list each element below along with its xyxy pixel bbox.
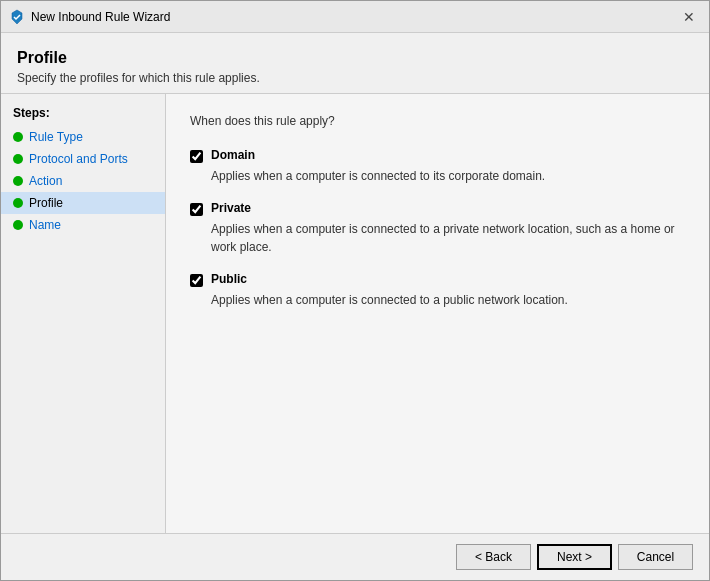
sidebar: Steps: Rule Type Protocol and Ports Acti… [1,94,166,533]
sidebar-item-profile[interactable]: Profile [1,192,165,214]
wizard-icon [9,9,25,25]
sidebar-item-protocol-ports[interactable]: Protocol and Ports [1,148,165,170]
content-area: Profile Specify the profiles for which t… [1,33,709,533]
cancel-button[interactable]: Cancel [618,544,693,570]
step-dot-protocol-ports [13,154,23,164]
step-dot-name [13,220,23,230]
right-panel: When does this rule apply? Domain Applie… [166,94,709,533]
step-dot-action [13,176,23,186]
back-button[interactable]: < Back [456,544,531,570]
footer: < Back Next > Cancel [1,533,709,580]
sidebar-item-action[interactable]: Action [1,170,165,192]
window-title: New Inbound Rule Wizard [31,10,170,24]
option-group-public: Public Applies when a computer is connec… [190,272,685,309]
checkbox-private[interactable] [190,203,203,216]
sidebar-item-label-name: Name [29,218,61,232]
title-bar-left: New Inbound Rule Wizard [9,9,170,25]
sidebar-item-name[interactable]: Name [1,214,165,236]
sidebar-item-label-protocol-ports: Protocol and Ports [29,152,128,166]
option-description-public: Applies when a computer is connected to … [190,291,685,309]
option-description-private: Applies when a computer is connected to … [190,220,685,256]
checkbox-public[interactable] [190,274,203,287]
option-row-domain: Domain [190,148,685,163]
page-header: Profile Specify the profiles for which t… [1,33,709,93]
option-label-public: Public [211,272,247,286]
sidebar-item-label-action: Action [29,174,62,188]
sidebar-item-label-profile: Profile [29,196,63,210]
sidebar-item-rule-type[interactable]: Rule Type [1,126,165,148]
option-row-private: Private [190,201,685,216]
option-group-private: Private Applies when a computer is conne… [190,201,685,256]
checkbox-domain[interactable] [190,150,203,163]
option-label-private: Private [211,201,251,215]
option-description-domain: Applies when a computer is connected to … [190,167,685,185]
title-bar: New Inbound Rule Wizard ✕ [1,1,709,33]
main-window: New Inbound Rule Wizard ✕ Profile Specif… [0,0,710,581]
option-group-domain: Domain Applies when a computer is connec… [190,148,685,185]
option-row-public: Public [190,272,685,287]
step-dot-profile [13,198,23,208]
page-title: Profile [17,49,693,67]
main-content: Steps: Rule Type Protocol and Ports Acti… [1,93,709,533]
step-dot-rule-type [13,132,23,142]
next-button[interactable]: Next > [537,544,612,570]
question-text: When does this rule apply? [190,114,685,128]
page-subtitle: Specify the profiles for which this rule… [17,71,693,85]
sidebar-item-label-rule-type: Rule Type [29,130,83,144]
option-label-domain: Domain [211,148,255,162]
close-button[interactable]: ✕ [677,5,701,29]
steps-label: Steps: [1,106,165,126]
